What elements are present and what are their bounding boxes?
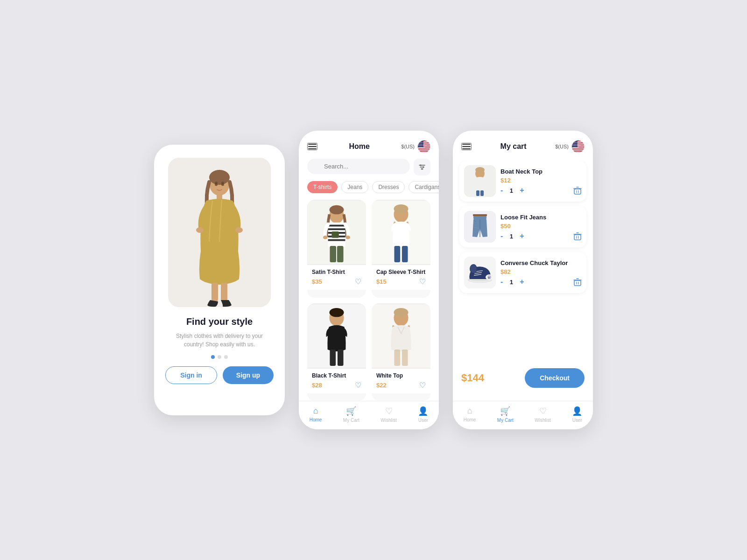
svg-rect-52 [338, 350, 344, 366]
signup-button[interactable]: Sign up [223, 366, 274, 384]
category-cardigans[interactable]: Cardigans [409, 181, 439, 193]
qty-decrease-button[interactable]: - [500, 187, 503, 194]
svg-rect-38 [331, 231, 339, 238]
signin-button[interactable]: Sign in [165, 366, 217, 384]
svg-rect-76 [574, 189, 581, 194]
product-info: Satin T-Shirt $35 ♡ [307, 265, 366, 290]
cart-item-price: $82 [500, 268, 569, 275]
wishlist-button[interactable]: ♡ [419, 381, 426, 390]
svg-text:★★★★★: ★★★★★ [418, 147, 425, 148]
qty-value: 1 [507, 233, 515, 240]
product-price: $15 [376, 278, 387, 285]
wishlist-button[interactable]: ♡ [355, 277, 361, 286]
wishlist-button[interactable]: ♡ [355, 381, 361, 390]
cart-currency-selector[interactable]: $(US) ★★★★★★ [555, 140, 585, 153]
cart-header: My cart $(US) [453, 131, 593, 161]
qty-decrease-button[interactable]: - [500, 232, 503, 240]
cart-total: $144 [461, 372, 484, 384]
svg-rect-16 [418, 149, 430, 150]
delete-item-button[interactable] [573, 187, 582, 197]
svg-point-4 [196, 227, 204, 233]
delete-item-button[interactable] [573, 232, 582, 243]
menu-button[interactable] [307, 143, 317, 150]
product-price: $28 [312, 382, 322, 389]
search-wrapper: 🔍 [307, 159, 410, 175]
category-jeans[interactable]: Jeans [341, 181, 368, 193]
svg-point-8 [215, 183, 218, 186]
svg-rect-51 [330, 350, 336, 366]
cart-item-image [464, 211, 496, 243]
category-row: T-shirts Jeans Dresses Cardigans Shoes [299, 181, 439, 200]
qty-value: 1 [507, 279, 515, 286]
cart-footer: $144 Checkout [453, 362, 593, 401]
hamburger-line [308, 146, 317, 147]
product-image [372, 200, 430, 265]
nav-user-label: User [572, 418, 582, 423]
category-tshirts[interactable]: T-shirts [307, 181, 338, 193]
nav-user-label: User [418, 418, 428, 423]
nav-wishlist-label: Wishlist [535, 418, 550, 423]
product-name: Black T-Shirt [312, 372, 361, 379]
search-input[interactable] [307, 159, 410, 174]
cart-item-price: $12 [500, 177, 569, 184]
quantity-row: - 1 + [500, 187, 569, 194]
nav-cart-label: My Cart [497, 418, 514, 423]
filter-button[interactable] [414, 159, 430, 175]
welcome-screen: Find your style Stylish clothes with del… [154, 145, 285, 415]
nav-home-label: Home [310, 417, 322, 422]
cart-icon: 🛒 [346, 406, 356, 416]
currency-label: $(US) [401, 144, 415, 149]
nav-home-label: Home [464, 417, 476, 422]
qty-increase-button[interactable]: + [520, 278, 524, 286]
product-price: $35 [312, 278, 322, 285]
product-card[interactable]: Cap Sleeve T-Shirt $15 ♡ [372, 200, 430, 298]
user-icon: 👤 [572, 406, 582, 416]
product-card[interactable]: Black T-Shirt $28 ♡ [307, 303, 366, 401]
delete-item-button[interactable] [573, 278, 582, 288]
svg-point-50 [329, 308, 344, 316]
home-icon: ⌂ [313, 406, 318, 416]
cart-bottom-nav: ⌂ Home 🛒 My Cart ♡ Wishlist 👤 User [453, 401, 593, 429]
cart-icon: 🛒 [500, 406, 510, 416]
currency-selector[interactable]: $(US) [401, 140, 430, 153]
svg-point-27 [423, 167, 424, 168]
cart-menu-button[interactable] [461, 143, 472, 150]
product-card[interactable]: White Top $22 ♡ [372, 303, 430, 401]
svg-rect-39 [330, 246, 336, 262]
svg-point-45 [394, 204, 408, 213]
svg-point-2 [209, 170, 230, 185]
cart-nav-cart[interactable]: 🛒 My Cart [497, 406, 514, 423]
cart-nav-home[interactable]: ⌂ Home [464, 406, 476, 423]
category-dresses[interactable]: Dresses [372, 181, 405, 193]
svg-point-42 [345, 236, 350, 239]
cart-nav-user[interactable]: 👤 User [572, 406, 582, 423]
cart-nav-wishlist[interactable]: ♡ Wishlist [535, 406, 550, 423]
wishlist-button[interactable]: ♡ [419, 277, 426, 286]
svg-rect-64 [572, 149, 585, 150]
nav-user[interactable]: 👤 User [418, 406, 428, 423]
checkout-button[interactable]: Checkout [525, 368, 585, 388]
qty-increase-button[interactable]: + [520, 187, 524, 194]
bottom-nav: ⌂ Home 🛒 My Cart ♡ Wishlist 👤 User [299, 401, 439, 429]
svg-rect-57 [402, 350, 408, 366]
nav-cart[interactable]: 🛒 My Cart [343, 406, 359, 423]
svg-rect-7 [221, 283, 227, 301]
home-icon: ⌂ [467, 406, 472, 416]
nav-home[interactable]: ⌂ Home [310, 406, 322, 423]
svg-rect-34 [328, 228, 345, 230]
screens-container: Find your style Stylish clothes with del… [135, 103, 612, 457]
cart-item: ★ Converse Chuck Taylor $82 - 1 + [459, 252, 586, 293]
svg-rect-17 [418, 152, 430, 153]
product-card[interactable]: Satin T-Shirt $35 ♡ [307, 200, 366, 298]
svg-rect-56 [394, 350, 400, 366]
cart-item-name: Loose Fit Jeans [500, 214, 569, 221]
svg-rect-6 [211, 283, 218, 301]
qty-increase-button[interactable]: + [520, 232, 524, 240]
cart-currency-label: $(US) [555, 144, 569, 149]
svg-point-26 [420, 165, 422, 166]
product-info: Cap Sleeve T-Shirt $15 ♡ [372, 265, 430, 290]
svg-rect-75 [480, 190, 484, 196]
qty-decrease-button[interactable]: - [500, 278, 503, 286]
nav-wishlist[interactable]: ♡ Wishlist [381, 406, 396, 423]
shop-title: Home [349, 142, 369, 151]
